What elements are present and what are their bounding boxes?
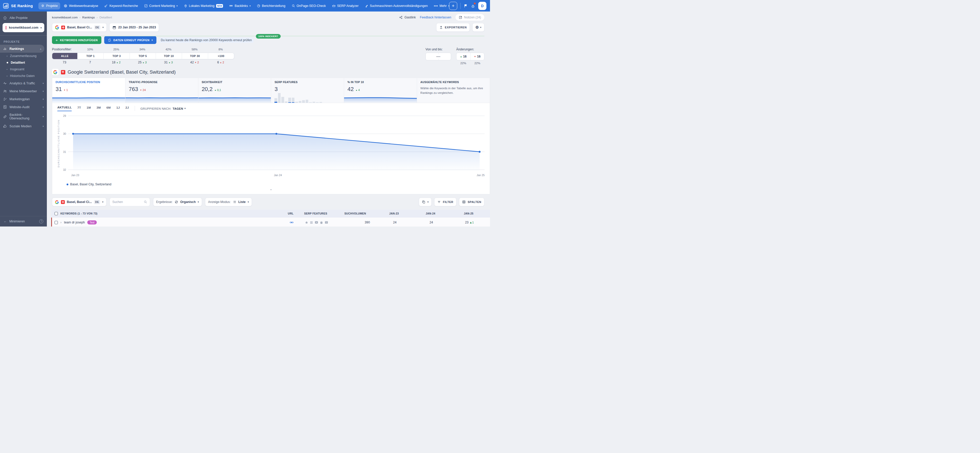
flag-icon[interactable] [464, 4, 468, 8]
columns-button[interactable]: SPALTEN [459, 198, 484, 206]
nav-item-projekte[interactable]: Projekte [38, 2, 60, 10]
card-traffic-prognose[interactable]: TRAFFIC-PROGNOSE 763▼ 24 [125, 78, 198, 103]
nav-item-backlinks[interactable]: Backlinks ▾ [227, 2, 253, 10]
segment-over100[interactable]: >100 [208, 53, 234, 59]
search-input[interactable] [112, 200, 144, 204]
sidebar-item-meine-mitbewerber[interactable]: Meine Mitbewerber ▾ [0, 87, 47, 95]
copy-view-button[interactable]: ▾ [419, 198, 432, 206]
breadcrumb-project[interactable]: kosmetikbasel.com [52, 16, 78, 19]
feedback-link[interactable]: Feedback hinterlassen [420, 16, 451, 19]
brand[interactable]: SE Ranking [3, 3, 33, 9]
keyword-search[interactable] [110, 198, 150, 206]
segment-alle[interactable]: ALLE [52, 53, 77, 59]
keyword-name[interactable]: team dr joseph [64, 221, 85, 224]
range-filter-input[interactable]: — [425, 53, 451, 60]
sidebar-item-zusammenfassung[interactable]: Zusammenfassung [0, 53, 47, 59]
columns-label: SPALTEN [468, 200, 481, 203]
settings-button[interactable]: ⚙ ▾ [473, 23, 484, 32]
sidebar-minimize[interactable]: ← Minimieren ? [0, 216, 47, 226]
nav-item-lokales-marketing[interactable]: Lokales Marketing NEW [181, 2, 226, 10]
tab-1j[interactable]: 1J [116, 106, 120, 111]
table-engine-selector[interactable]: Basel, Basel Ci... DE ▾ [52, 198, 107, 206]
card-sichtbarkeit[interactable]: SICHTBARKEIT 20,2▲ 0,1 [198, 78, 271, 103]
group-by-selector[interactable]: GRUPPIEREN NACH: TAGEN ▾ [140, 107, 186, 110]
column-header-jan24[interactable]: JAN-24 [412, 212, 449, 215]
column-header-serp-features[interactable]: SERP FEATURES [301, 212, 341, 215]
sidebar-item-historische-daten[interactable]: Historische Daten [0, 73, 47, 79]
tab-2j[interactable]: 2J [126, 106, 129, 111]
gastlink-button[interactable]: Gastlink [399, 16, 416, 19]
expand-row-icon[interactable]: › [60, 221, 62, 224]
group-by-label: GRUPPIEREN NACH: [140, 107, 172, 110]
help-icon[interactable]: ? [39, 219, 43, 223]
add-keywords-button[interactable]: + KEYWORDS HINZUFÜGEN [52, 36, 101, 44]
user-avatar[interactable]: D [478, 2, 487, 10]
chart-plot[interactable] [68, 115, 485, 172]
tab-1m[interactable]: 1M [86, 106, 91, 111]
card-durchschnittliche-position[interactable]: DURCHSCHNITTLICHE POSITION 31▼ 1 [52, 78, 125, 103]
segment-top5[interactable]: TOP 5 [130, 53, 156, 59]
project-selector[interactable]: kosmetikbasel.com ▾ [3, 23, 44, 32]
sidebar-item-analytics-traffic[interactable]: Analytics & Traffic ▾ [0, 79, 47, 87]
display-mode-selector[interactable]: Anzeige-Modus: Liste ▾ [205, 198, 252, 206]
sidebar-item-marketingplan[interactable]: Marketingplan ▾ [0, 95, 47, 103]
segment-top3[interactable]: TOP 3 [103, 53, 130, 59]
nav-item-onpage-seo-check[interactable]: OnPage-SEO-Check [289, 2, 328, 10]
sidebar-item-insgesamt[interactable]: Insgesamt [0, 66, 47, 73]
mini-bar-chart [274, 93, 322, 103]
card-prozent-in-top10[interactable]: % IN TOP 10 42▲ 4 [344, 78, 417, 103]
nav-item-keyword-recherche[interactable]: Keyword-Recherche [102, 2, 140, 10]
sidebar-item-all-projects[interactable]: Alle Projekte [0, 14, 47, 22]
url-link-icon[interactable] [290, 220, 294, 225]
list-icon [233, 200, 236, 204]
notifications-button[interactable] [471, 3, 475, 8]
sidebar-item-website-audit[interactable]: Website-Audit ▾ [0, 103, 47, 111]
nav-label: Lokales Marketing [189, 4, 215, 8]
changes-down-button[interactable]: ▼ 16 [470, 53, 484, 60]
project-name: kosmetikbasel.com [9, 26, 38, 29]
chevron-down-icon: ▾ [198, 201, 199, 203]
changes-up-button[interactable]: ▲ 16 [457, 53, 470, 60]
nav-item-autovervollstaendigungen[interactable]: Suchmaschinen-Autovervollständigungen [362, 2, 430, 10]
segment-percent: 42% [155, 48, 181, 52]
export-button[interactable]: EXPORTIEREN [436, 23, 470, 32]
sidebar-item-rankings[interactable]: Rankings ▴ [0, 45, 44, 53]
select-all-checkbox[interactable] [54, 212, 58, 215]
date-range-picker[interactable]: 23 Jan 2023 - 25 Jan 2023 [109, 23, 159, 32]
sidebar-item-soziale-medien[interactable]: Soziale Medien ▾ [0, 122, 47, 130]
column-header-url[interactable]: URL [281, 212, 301, 215]
minimize-label: Minimieren [9, 220, 25, 223]
changes-filter-label: Änderungen: [456, 48, 484, 52]
filter-button[interactable]: FILTER [434, 198, 457, 206]
table-row[interactable]: › team dr joseph Test G 390 24 24 23 ▲ [51, 217, 490, 226]
column-header-jan23[interactable]: JAN-23 [376, 212, 412, 215]
notes-button[interactable]: Notizen (24) [455, 14, 484, 21]
search-engine-selector[interactable]: Basel, Basel Ci... DE ▾ [52, 23, 107, 32]
segment-top10[interactable]: TOP 10 [156, 53, 182, 59]
column-header-jan25[interactable]: JAN-25 [449, 212, 488, 215]
sidebar-item-backlink-ueberwachung[interactable]: Backlink-Überwachung ▾ [0, 111, 47, 122]
nav-label: Wettbewerbsanalyse [69, 4, 98, 8]
nav-label: Content Marketing [149, 4, 175, 8]
nav-item-berichterstellung[interactable]: Berichterstellung [254, 2, 288, 10]
tab-6m[interactable]: 6M [107, 106, 111, 111]
column-header-suchvolumen[interactable]: SUCHVOLUMEN [341, 212, 376, 215]
tab-3m[interactable]: 3M [97, 106, 101, 111]
tab-7t[interactable]: 7T [77, 106, 81, 111]
nav-item-content-marketing[interactable]: Content Marketing ▾ [142, 2, 180, 10]
nav-item-wettbewerbsanalyse[interactable]: Wettbewerbsanalyse [61, 2, 100, 10]
nav-item-serp-analyzer[interactable]: SERP Analyzer [329, 2, 361, 10]
sidebar-item-label: Soziale Medien [10, 125, 32, 128]
sidebar-item-detailliert[interactable]: Detailliert [0, 59, 47, 66]
card-serp-features[interactable]: SERP FEATURES 3 [271, 78, 344, 103]
results-type-selector[interactable]: Ergebnisse: Organisch ▾ [153, 198, 202, 206]
segment-top1[interactable]: TOP 1 [77, 53, 103, 59]
breadcrumb-rankings[interactable]: Rankings [82, 16, 95, 19]
tab-aktuell[interactable]: AKTUELL [57, 106, 72, 111]
add-project-button[interactable]: + [449, 2, 457, 10]
segment-top30[interactable]: TOP 30 [182, 53, 208, 59]
recheck-data-button[interactable]: DATEN ERNEUT PRÜFEN ▾ [104, 36, 156, 44]
row-checkbox[interactable] [54, 221, 58, 224]
google-logo-icon [55, 200, 59, 204]
collapse-chart-button[interactable]: ⌃ [57, 186, 485, 193]
